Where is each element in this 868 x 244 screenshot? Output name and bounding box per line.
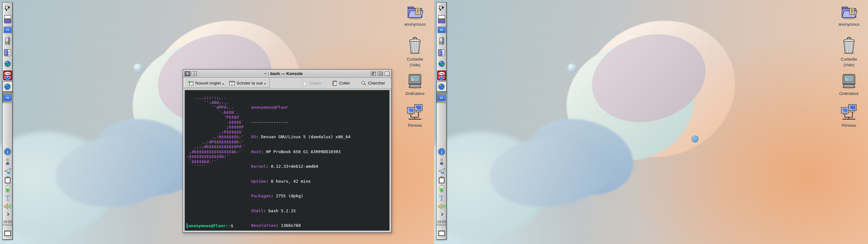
window-pin-button[interactable]	[192, 71, 197, 76]
desktop-icon-label: Réseau	[833, 123, 865, 128]
titlebar[interactable]: ~ : bash — Konsole	[183, 69, 392, 78]
user-folder-icon	[841, 4, 857, 20]
clipboard-icon	[4, 176, 11, 184]
new-tab-button[interactable]: Nouvel onglet	[186, 80, 226, 87]
new-tab-icon	[188, 81, 193, 86]
find-label: Chercher	[368, 81, 385, 86]
split-view-button[interactable]: Scinder la vue	[226, 80, 269, 86]
copy-label: Copier	[309, 81, 321, 86]
clock[interactable]: 13:23 05/08/2025	[436, 220, 447, 226]
desktop-icon-network[interactable]: Réseau	[399, 103, 431, 128]
pager-desktop-1[interactable]	[4, 15, 11, 19]
window-menu-button[interactable]	[185, 71, 190, 76]
desktop-icon-computer[interactable]: Ordinateur	[833, 72, 865, 97]
clock-time: 13:23	[3, 220, 12, 224]
split-view-icon	[229, 81, 235, 86]
app-menu-icon	[4, 4, 11, 12]
terminal-view[interactable]: ..,,;;;::;,.. `':ddd;:,. `'dPPd:,. `:b$$…	[185, 91, 389, 230]
copy-button[interactable]: Copier	[300, 80, 324, 87]
copy-icon	[302, 81, 307, 86]
tray-info[interactable]: i	[3, 148, 11, 156]
monitor-1-icon: #1	[3, 95, 11, 101]
wallpaper-dot	[691, 135, 699, 143]
desktop-icon-label: Ordinateur	[833, 91, 865, 97]
computer-tower-icon: 8#	[4, 37, 11, 45]
monitor-1-icon: #1	[437, 27, 445, 33]
show-desktop-button[interactable]	[4, 231, 11, 236]
launcher-browser[interactable]	[437, 60, 446, 68]
task-button-browser[interactable]	[3, 82, 12, 92]
side-panel: #1 8# 5 402 #1 i	[2, 2, 13, 240]
launcher-computer[interactable]: 8#	[438, 37, 445, 45]
desktop-icon-computer[interactable]: Ordinateur	[399, 72, 431, 97]
fetch-row-resolution: Resolution: 1366x768	[251, 223, 388, 228]
show-desktop-button[interactable]	[438, 231, 445, 236]
badge-5402-label: 5 402	[439, 73, 444, 75]
fetch-row-os: OS: Devuan GNU/Linux 5 (daedalus) x86_64	[251, 134, 388, 140]
desktop-icon-anonymous[interactable]: anonymous	[399, 4, 431, 27]
tray-info[interactable]: i	[437, 148, 445, 156]
task-button-konsole[interactable]: #1	[437, 93, 446, 102]
find-button[interactable]: Chercher	[359, 80, 388, 87]
tray-user[interactable]	[5, 158, 10, 165]
task-button-browser[interactable]	[437, 82, 446, 92]
tray-volume[interactable]	[437, 203, 446, 210]
launcher-file-manager[interactable]	[438, 49, 445, 57]
pager-desktop-2[interactable]	[4, 19, 11, 23]
window-title: ~ : bash — Konsole	[198, 71, 369, 76]
launcher-browser[interactable]	[3, 60, 12, 68]
launcher-computer[interactable]: 8#	[4, 37, 11, 45]
tray-clipboard[interactable]	[438, 176, 445, 184]
fetch-row-packages: Packages: 2755 (dpkg)	[251, 193, 388, 199]
window-close-button[interactable]	[385, 71, 390, 76]
search-icon	[361, 81, 366, 86]
desktop-icon-trash[interactable]: Corbeille (Vide)	[833, 37, 865, 68]
launcher-file-manager[interactable]	[4, 49, 11, 57]
task-button-konsole[interactable]: #1	[3, 93, 12, 102]
svg-text:8#: 8#	[440, 42, 442, 43]
badge-5402-label: 5 402	[5, 73, 10, 75]
tray-battery[interactable]	[439, 185, 444, 193]
launcher-monitor-1[interactable]: #1	[437, 27, 445, 33]
desktop-icon-trash[interactable]: Corbeille (Vide)	[399, 37, 431, 68]
task-konsole-label: #1	[440, 96, 443, 99]
tray-battery[interactable]	[5, 185, 10, 193]
tray-clipboard[interactable]	[4, 176, 11, 184]
desktop-icon-network[interactable]: Réseau	[833, 103, 865, 128]
shell-prompt: anonymous@Fluor:~$	[186, 223, 233, 228]
desktop-icon-label: Réseau	[399, 123, 431, 128]
window-shade-button[interactable]	[371, 71, 376, 76]
paste-label: Coller	[339, 81, 350, 86]
pager-desktop-1[interactable]	[438, 15, 445, 19]
globe-gears-icon	[437, 83, 446, 91]
desktop-icon-label: anonymous	[833, 22, 865, 27]
virtual-desktop-pager[interactable]	[438, 15, 445, 23]
window-maximize-button[interactable]	[378, 71, 383, 76]
globe-gears-icon	[437, 60, 446, 68]
tray-network-wifi[interactable]	[437, 194, 445, 202]
tray-network-wifi[interactable]	[3, 194, 11, 202]
desktop-icon-label: anonymous	[399, 22, 431, 27]
launcher-badge-5402[interactable]: 5 402	[437, 70, 446, 81]
panel-expander[interactable]	[440, 213, 442, 215]
tray-send[interactable]	[437, 168, 445, 175]
clock[interactable]: 13:23 05/08/2025	[2, 220, 13, 226]
show-desktop-icon	[438, 231, 445, 236]
pager-desktop-2[interactable]	[438, 19, 445, 23]
tray-send[interactable]	[3, 168, 11, 175]
battery-icon	[5, 185, 10, 193]
panel-expander[interactable]	[6, 213, 8, 215]
app-menu-button[interactable]	[438, 4, 445, 12]
fetch-output: ..,,;;;::;,.. `':ddd;:,. `'dPPd:,. `:b$$…	[186, 95, 388, 231]
virtual-desktop-pager[interactable]	[4, 15, 11, 23]
file-manager-face-icon	[4, 49, 11, 57]
paste-button[interactable]: Coller	[330, 80, 353, 87]
tray-user[interactable]	[439, 158, 444, 165]
monitor-left: #1 8# 5 402 #1 i	[0, 0, 434, 244]
desktop-icon-anonymous[interactable]: anonymous	[833, 4, 865, 27]
svg-text:8#: 8#	[6, 42, 8, 43]
launcher-monitor-1[interactable]: #1	[3, 27, 11, 33]
tray-volume[interactable]	[3, 203, 12, 210]
launcher-badge-5402[interactable]: 5 402	[3, 70, 12, 81]
app-menu-button[interactable]	[4, 4, 11, 12]
